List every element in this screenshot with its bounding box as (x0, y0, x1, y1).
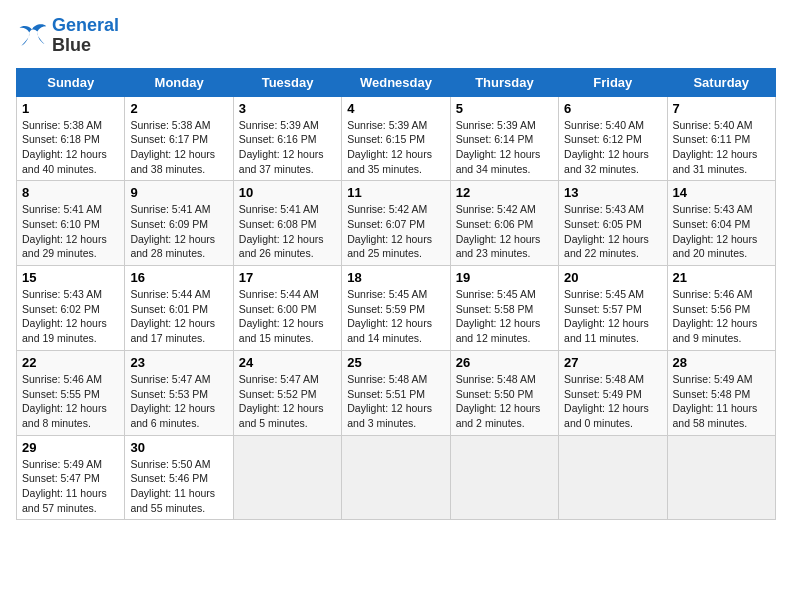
day-info: Sunrise: 5:47 AMSunset: 5:52 PMDaylight:… (239, 373, 324, 429)
calendar-cell: 25 Sunrise: 5:48 AMSunset: 5:51 PMDaylig… (342, 350, 450, 435)
day-info: Sunrise: 5:50 AMSunset: 5:46 PMDaylight:… (130, 458, 215, 514)
calendar-cell: 24 Sunrise: 5:47 AMSunset: 5:52 PMDaylig… (233, 350, 341, 435)
day-number: 27 (564, 355, 661, 370)
day-info: Sunrise: 5:45 AMSunset: 5:59 PMDaylight:… (347, 288, 432, 344)
calendar-cell: 18 Sunrise: 5:45 AMSunset: 5:59 PMDaylig… (342, 266, 450, 351)
day-info: Sunrise: 5:46 AMSunset: 5:56 PMDaylight:… (673, 288, 758, 344)
calendar-cell: 7 Sunrise: 5:40 AMSunset: 6:11 PMDayligh… (667, 96, 775, 181)
calendar-cell: 23 Sunrise: 5:47 AMSunset: 5:53 PMDaylig… (125, 350, 233, 435)
calendar-cell: 22 Sunrise: 5:46 AMSunset: 5:55 PMDaylig… (17, 350, 125, 435)
day-header-wednesday: Wednesday (342, 68, 450, 96)
calendar-cell (450, 435, 558, 520)
day-info: Sunrise: 5:46 AMSunset: 5:55 PMDaylight:… (22, 373, 107, 429)
day-info: Sunrise: 5:39 AMSunset: 6:14 PMDaylight:… (456, 119, 541, 175)
day-number: 29 (22, 440, 119, 455)
day-number: 9 (130, 185, 227, 200)
day-info: Sunrise: 5:43 AMSunset: 6:04 PMDaylight:… (673, 203, 758, 259)
calendar-cell (233, 435, 341, 520)
calendar-cell: 1 Sunrise: 5:38 AMSunset: 6:18 PMDayligh… (17, 96, 125, 181)
day-info: Sunrise: 5:45 AMSunset: 5:58 PMDaylight:… (456, 288, 541, 344)
day-number: 26 (456, 355, 553, 370)
calendar-cell: 16 Sunrise: 5:44 AMSunset: 6:01 PMDaylig… (125, 266, 233, 351)
day-number: 13 (564, 185, 661, 200)
calendar-week-3: 15 Sunrise: 5:43 AMSunset: 6:02 PMDaylig… (17, 266, 776, 351)
day-number: 23 (130, 355, 227, 370)
day-header-saturday: Saturday (667, 68, 775, 96)
day-info: Sunrise: 5:45 AMSunset: 5:57 PMDaylight:… (564, 288, 649, 344)
day-number: 8 (22, 185, 119, 200)
day-number: 24 (239, 355, 336, 370)
day-info: Sunrise: 5:44 AMSunset: 6:00 PMDaylight:… (239, 288, 324, 344)
day-number: 22 (22, 355, 119, 370)
day-info: Sunrise: 5:41 AMSunset: 6:08 PMDaylight:… (239, 203, 324, 259)
day-info: Sunrise: 5:48 AMSunset: 5:50 PMDaylight:… (456, 373, 541, 429)
calendar-cell: 15 Sunrise: 5:43 AMSunset: 6:02 PMDaylig… (17, 266, 125, 351)
calendar-cell: 10 Sunrise: 5:41 AMSunset: 6:08 PMDaylig… (233, 181, 341, 266)
calendar-cell: 21 Sunrise: 5:46 AMSunset: 5:56 PMDaylig… (667, 266, 775, 351)
day-number: 3 (239, 101, 336, 116)
day-info: Sunrise: 5:48 AMSunset: 5:51 PMDaylight:… (347, 373, 432, 429)
logo-text: GeneralBlue (52, 16, 119, 56)
day-number: 14 (673, 185, 770, 200)
day-number: 25 (347, 355, 444, 370)
day-number: 16 (130, 270, 227, 285)
calendar-cell: 14 Sunrise: 5:43 AMSunset: 6:04 PMDaylig… (667, 181, 775, 266)
day-number: 18 (347, 270, 444, 285)
calendar-cell: 27 Sunrise: 5:48 AMSunset: 5:49 PMDaylig… (559, 350, 667, 435)
calendar-cell: 13 Sunrise: 5:43 AMSunset: 6:05 PMDaylig… (559, 181, 667, 266)
day-number: 11 (347, 185, 444, 200)
calendar-cell (342, 435, 450, 520)
day-number: 6 (564, 101, 661, 116)
day-info: Sunrise: 5:49 AMSunset: 5:48 PMDaylight:… (673, 373, 758, 429)
day-info: Sunrise: 5:43 AMSunset: 6:02 PMDaylight:… (22, 288, 107, 344)
day-info: Sunrise: 5:40 AMSunset: 6:12 PMDaylight:… (564, 119, 649, 175)
calendar-cell: 26 Sunrise: 5:48 AMSunset: 5:50 PMDaylig… (450, 350, 558, 435)
calendar-week-1: 1 Sunrise: 5:38 AMSunset: 6:18 PMDayligh… (17, 96, 776, 181)
calendar-week-4: 22 Sunrise: 5:46 AMSunset: 5:55 PMDaylig… (17, 350, 776, 435)
day-number: 10 (239, 185, 336, 200)
calendar-cell (667, 435, 775, 520)
day-number: 20 (564, 270, 661, 285)
day-info: Sunrise: 5:47 AMSunset: 5:53 PMDaylight:… (130, 373, 215, 429)
day-number: 5 (456, 101, 553, 116)
day-info: Sunrise: 5:48 AMSunset: 5:49 PMDaylight:… (564, 373, 649, 429)
day-number: 15 (22, 270, 119, 285)
day-number: 12 (456, 185, 553, 200)
day-info: Sunrise: 5:49 AMSunset: 5:47 PMDaylight:… (22, 458, 107, 514)
calendar-cell: 19 Sunrise: 5:45 AMSunset: 5:58 PMDaylig… (450, 266, 558, 351)
day-number: 21 (673, 270, 770, 285)
day-number: 1 (22, 101, 119, 116)
day-info: Sunrise: 5:42 AMSunset: 6:06 PMDaylight:… (456, 203, 541, 259)
logo-icon (16, 22, 48, 50)
page-header: GeneralBlue (16, 16, 776, 56)
calendar-cell: 17 Sunrise: 5:44 AMSunset: 6:00 PMDaylig… (233, 266, 341, 351)
calendar-cell: 8 Sunrise: 5:41 AMSunset: 6:10 PMDayligh… (17, 181, 125, 266)
day-info: Sunrise: 5:38 AMSunset: 6:18 PMDaylight:… (22, 119, 107, 175)
day-header-friday: Friday (559, 68, 667, 96)
calendar-cell: 2 Sunrise: 5:38 AMSunset: 6:17 PMDayligh… (125, 96, 233, 181)
calendar-cell: 30 Sunrise: 5:50 AMSunset: 5:46 PMDaylig… (125, 435, 233, 520)
day-number: 17 (239, 270, 336, 285)
calendar-cell: 9 Sunrise: 5:41 AMSunset: 6:09 PMDayligh… (125, 181, 233, 266)
day-header-tuesday: Tuesday (233, 68, 341, 96)
day-header-monday: Monday (125, 68, 233, 96)
day-number: 28 (673, 355, 770, 370)
day-number: 30 (130, 440, 227, 455)
calendar-cell: 20 Sunrise: 5:45 AMSunset: 5:57 PMDaylig… (559, 266, 667, 351)
day-info: Sunrise: 5:41 AMSunset: 6:09 PMDaylight:… (130, 203, 215, 259)
day-info: Sunrise: 5:41 AMSunset: 6:10 PMDaylight:… (22, 203, 107, 259)
calendar-week-2: 8 Sunrise: 5:41 AMSunset: 6:10 PMDayligh… (17, 181, 776, 266)
logo: GeneralBlue (16, 16, 119, 56)
calendar-week-5: 29 Sunrise: 5:49 AMSunset: 5:47 PMDaylig… (17, 435, 776, 520)
calendar-cell: 5 Sunrise: 5:39 AMSunset: 6:14 PMDayligh… (450, 96, 558, 181)
day-header-thursday: Thursday (450, 68, 558, 96)
day-info: Sunrise: 5:39 AMSunset: 6:16 PMDaylight:… (239, 119, 324, 175)
day-number: 2 (130, 101, 227, 116)
day-info: Sunrise: 5:40 AMSunset: 6:11 PMDaylight:… (673, 119, 758, 175)
calendar-cell: 11 Sunrise: 5:42 AMSunset: 6:07 PMDaylig… (342, 181, 450, 266)
day-info: Sunrise: 5:42 AMSunset: 6:07 PMDaylight:… (347, 203, 432, 259)
day-number: 19 (456, 270, 553, 285)
day-info: Sunrise: 5:43 AMSunset: 6:05 PMDaylight:… (564, 203, 649, 259)
calendar-cell: 29 Sunrise: 5:49 AMSunset: 5:47 PMDaylig… (17, 435, 125, 520)
calendar-cell: 12 Sunrise: 5:42 AMSunset: 6:06 PMDaylig… (450, 181, 558, 266)
